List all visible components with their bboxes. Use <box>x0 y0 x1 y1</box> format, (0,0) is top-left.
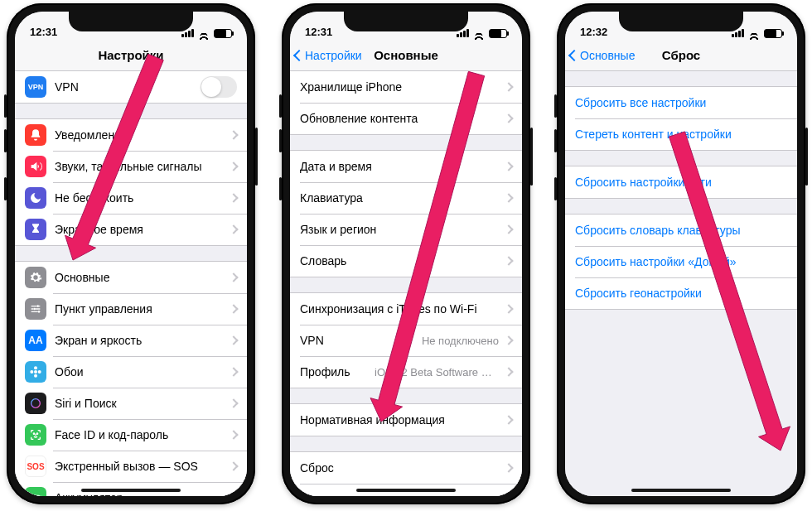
settings-row[interactable]: Сброс <box>290 452 522 484</box>
settings-row[interactable]: Экранное время <box>15 214 247 245</box>
chevron-right-icon <box>229 461 238 470</box>
row-label: VPN <box>55 80 201 94</box>
row-label: Профиль <box>300 365 375 378</box>
settings-row[interactable]: AAЭкран и яркость <box>15 325 247 356</box>
chevron-right-icon <box>504 367 513 376</box>
chevron-right-icon <box>229 398 238 407</box>
aa-icon: AA <box>25 330 46 351</box>
sos-icon: SOS <box>25 456 46 477</box>
row-label: Экстренный вызов — SOS <box>55 460 227 473</box>
chevron-right-icon <box>229 272 238 282</box>
settings-group: ОсновныеПункт управленияAAЭкран и яркост… <box>15 261 247 496</box>
row-label: Дата и время <box>300 160 502 173</box>
row-label: Сброс <box>300 461 502 475</box>
back-button[interactable]: Основные <box>570 49 635 62</box>
chevron-right-icon <box>229 335 238 345</box>
svg-point-9 <box>33 433 34 434</box>
chevron-right-icon <box>229 430 238 439</box>
chevron-right-icon <box>504 161 513 171</box>
settings-row[interactable]: Face ID и код-пароль <box>15 419 247 451</box>
phone-2: 12:32ОсновныеСбросСбросить все настройки… <box>557 3 805 504</box>
settings-row[interactable]: Пункт управления <box>15 293 247 325</box>
row-label: Экран и яркость <box>55 334 227 347</box>
home-indicator <box>356 489 456 492</box>
settings-row[interactable]: Сбросить все настройки <box>565 87 797 118</box>
settings-row[interactable]: Стереть контент и настройки <box>565 118 797 150</box>
settings-row[interactable]: Клавиатура <box>290 182 522 214</box>
flower-icon <box>25 361 46 383</box>
settings-group: Дата и времяКлавиатураЯзык и регионСлова… <box>290 150 522 277</box>
svg-point-4 <box>34 366 37 369</box>
vpn-icon: VPN <box>25 76 46 98</box>
back-button[interactable]: Настройки <box>295 49 362 62</box>
svg-point-3 <box>34 370 37 374</box>
row-label: Пункт управления <box>55 302 227 316</box>
settings-content[interactable]: VPNVPNУведомленияЗвуки, тактильные сигна… <box>15 71 247 496</box>
chevron-right-icon <box>229 161 238 171</box>
chevron-right-icon <box>504 463 513 472</box>
row-label: Синхронизация с iTunes по Wi-Fi <box>300 302 502 316</box>
settings-row[interactable]: Словарь <box>290 245 522 277</box>
chevron-left-icon <box>568 49 580 60</box>
siri-icon <box>25 393 46 414</box>
svg-point-2 <box>38 311 41 313</box>
chevron-right-icon <box>504 335 513 345</box>
row-label: Хранилище iPhone <box>300 80 502 94</box>
settings-row[interactable]: Обновление контента <box>290 103 522 134</box>
settings-content[interactable]: Сбросить все настройкиСтереть контент и … <box>565 71 797 496</box>
battery-icon <box>489 29 507 38</box>
settings-row[interactable]: Синхронизация с iTunes по Wi-Fi <box>290 293 522 325</box>
settings-row[interactable]: VPNVPN <box>15 71 247 103</box>
settings-row[interactable]: Нормативная информация <box>290 404 522 436</box>
chevron-right-icon <box>229 304 238 313</box>
toggle-switch[interactable] <box>201 76 237 98</box>
settings-row[interactable]: Уведомления <box>15 119 247 151</box>
settings-row[interactable]: Основные <box>15 262 247 293</box>
settings-row[interactable]: SOSЭкстренный вызов — SOS <box>15 451 247 482</box>
row-label: Выключить <box>300 493 512 496</box>
chevron-right-icon <box>504 415 513 424</box>
svg-rect-11 <box>31 495 40 496</box>
settings-row[interactable]: Звуки, тактильные сигналы <box>15 151 247 182</box>
bell-red-icon <box>25 124 46 146</box>
sliders-icon <box>25 298 46 320</box>
settings-row[interactable]: Дата и время <box>290 151 522 182</box>
row-label: Экранное время <box>55 223 227 236</box>
chevron-right-icon <box>504 256 513 265</box>
wifi-icon <box>472 28 486 38</box>
row-value: Не подключено <box>422 335 499 347</box>
settings-row[interactable]: Сбросить словарь клавиатуры <box>565 215 797 246</box>
home-indicator <box>631 489 731 492</box>
chevron-right-icon <box>229 224 238 234</box>
nav-bar: Настройки <box>15 40 247 71</box>
row-label: Стереть контент и настройки <box>575 128 787 141</box>
settings-row[interactable]: Не беспокоить <box>15 182 247 214</box>
svg-point-5 <box>34 374 37 378</box>
chevron-right-icon <box>504 224 513 234</box>
settings-group: Сбросить все настройкиСтереть контент и … <box>565 86 797 151</box>
settings-row[interactable]: Siri и Поиск <box>15 388 247 419</box>
settings-row[interactable]: Язык и регион <box>290 214 522 245</box>
chevron-right-icon <box>229 493 238 496</box>
gear-icon <box>25 267 46 288</box>
settings-row[interactable]: Сбросить настройки сети <box>565 166 797 198</box>
svg-point-0 <box>36 305 39 307</box>
row-label: VPN <box>300 334 422 347</box>
row-label: Сбросить геонастройки <box>575 287 787 300</box>
row-label: Сбросить настройки «Домой» <box>575 255 787 268</box>
wifi-icon <box>747 28 761 38</box>
row-label: Сбросить все настройки <box>575 96 787 109</box>
chevron-right-icon <box>504 82 513 91</box>
row-label: Сбросить словарь клавиатуры <box>575 224 787 237</box>
settings-row[interactable]: Сбросить настройки «Домой» <box>565 246 797 277</box>
settings-row[interactable]: ПрофильiOS 12 Beta Software Profile <box>290 356 522 388</box>
settings-row[interactable]: Хранилище iPhone <box>290 71 522 103</box>
clock: 12:31 <box>30 26 57 38</box>
battery-icon <box>214 29 232 38</box>
settings-row[interactable]: Сбросить геонастройки <box>565 277 797 309</box>
battery-icon <box>764 29 782 38</box>
row-label: Словарь <box>300 254 502 268</box>
settings-row[interactable]: Обои <box>15 356 247 388</box>
settings-content[interactable]: Хранилище iPhoneОбновление контентаДата … <box>290 71 522 496</box>
settings-row[interactable]: VPNНе подключено <box>290 325 522 356</box>
